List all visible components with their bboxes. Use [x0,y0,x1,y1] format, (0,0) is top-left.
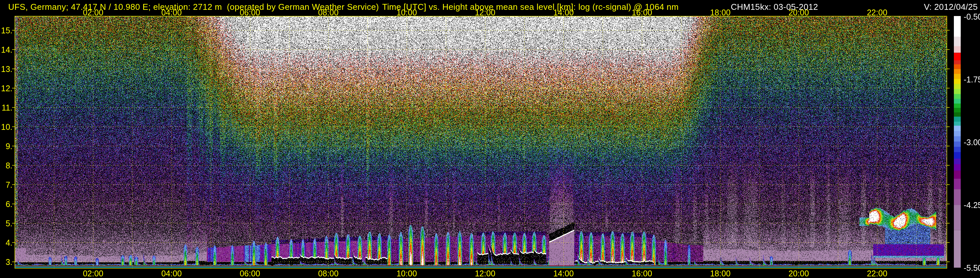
x-tick-bottom: 12:00 [475,269,496,278]
y-tick: 14. [0,45,13,54]
x-tick-top: 20:00 [789,8,809,18]
colorbar-label: -3.00 [964,138,980,147]
ceilometer-quicklook: UFS, Germany; 47.417 N / 10.980 E; eleva… [0,0,980,278]
x-tick-bottom: 04:00 [161,269,182,278]
y-tick: 10. [0,122,13,132]
y-tick: 12. [0,84,13,93]
x-tick-bottom: 20:00 [789,269,809,278]
y-tick: 7. [0,180,13,190]
x-tick-bottom: 06:00 [240,269,260,278]
x-tick-bottom: 14:00 [554,269,574,278]
x-tick-bottom: 16:00 [632,269,652,278]
y-tick: 9. [0,142,13,151]
x-tick-top: 02:00 [83,8,103,18]
y-tick: 5. [0,219,13,228]
x-tick-top: 10:00 [396,8,417,18]
x-tick-bottom: 10:00 [396,269,417,278]
colorbar-label: -4.25 [964,200,980,210]
x-tick-bottom: 18:00 [710,269,731,278]
colorbar-label: -1.75 [964,75,980,85]
y-tick: 15. [0,26,13,35]
y-tick: 8. [0,161,13,170]
x-tick-top: 12:00 [475,8,496,18]
x-tick-bottom: 08:00 [318,269,339,278]
y-tick: 6. [0,200,13,209]
x-tick-top: 18:00 [710,8,731,18]
version-label: V: 2012/04/25 [905,2,978,12]
heatmap-canvas [0,0,980,278]
y-tick: 3. [0,257,13,267]
colorbar-label: -5.50 [964,263,980,273]
x-tick-top: 22:00 [867,8,888,18]
x-tick-top: 06:00 [240,8,260,18]
x-tick-top: 08:00 [318,8,339,18]
x-tick-top: 16:00 [632,8,652,18]
y-tick: 4. [0,238,13,248]
y-tick: 11. [0,103,13,112]
x-tick-bottom: 02:00 [83,269,103,278]
x-tick-bottom: 22:00 [867,269,888,278]
y-tick: 13. [0,64,13,74]
x-tick-top: 14:00 [554,8,574,18]
colorbar-label: -0.50 [964,12,980,22]
x-tick-top: 04:00 [161,8,182,18]
